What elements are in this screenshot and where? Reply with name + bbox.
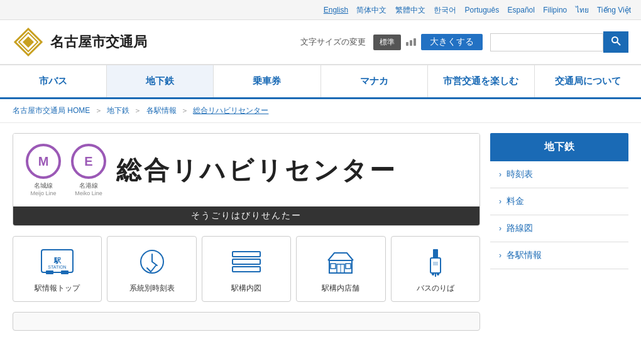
breadcrumb-current[interactable]: 総合リハビリセンター [193,106,268,115]
icon-grid: 駅 STATION 駅情報トップ 系統別時刻表 [13,236,480,302]
svg-rect-17 [331,264,336,269]
meiko-line-badge: E 名港線 Meiko Line [71,144,106,196]
search-icon [611,36,621,46]
chevron-icon-stations: › [499,251,501,260]
svg-point-3 [612,37,618,43]
sidebar-item-fare[interactable]: › 料金 [490,188,628,215]
svg-text:駅: 駅 [53,257,62,264]
svg-rect-13 [233,267,260,272]
nav-manaka[interactable]: マナカ [321,65,428,97]
svg-rect-11 [233,252,260,257]
lang-thai[interactable]: ไทย [576,6,589,14]
logo[interactable]: 名古屋市交通局 [13,26,147,58]
timetable-icon [133,247,171,278]
icon-station-map-label: 駅構内図 [231,283,261,294]
lang-simplified-chinese[interactable]: 简体中文 [356,6,386,14]
nav-subway[interactable]: 地下鉄 [107,65,214,97]
meiko-line-name: 名港線 [79,181,98,190]
lang-portuguese[interactable]: Português [465,6,500,14]
sidebar-title: 地下鉄 [490,133,628,161]
content-area: M 名城線 Meijo Line E 名港線 Meiko Line 総合リハビリ… [0,123,641,341]
svg-rect-19 [433,249,438,258]
nav-enjoy[interactable]: 市営交通を楽しむ [428,65,535,97]
icon-station-map[interactable]: 駅構内図 [202,236,291,302]
svg-text:STATION: STATION [48,265,67,269]
breadcrumb: 名古屋市交通局 HOME ＞ 地下鉄 ＞ 各駅情報 ＞ 総合リハビリセンター [0,99,641,123]
svg-point-24 [437,273,439,276]
icon-timetable[interactable]: 系統別時刻表 [107,236,196,302]
sidebar: 地下鉄 › 時刻表 › 料金 › 路線図 › 各駅情報 [490,133,628,331]
font-standard-button[interactable]: 標準 [373,35,401,50]
search-input[interactable] [490,33,603,51]
meiko-line-name-en: Meiko Line [75,190,102,196]
logo-text: 名古屋市交通局 [50,33,147,51]
icon-station-top-label: 駅情報トップ [35,283,80,294]
main-content: M 名城線 Meijo Line E 名港線 Meiko Line 総合リハビリ… [13,133,480,331]
sidebar-link-fare[interactable]: 料金 [507,196,524,207]
bus-stop-icon [417,247,454,278]
logo-icon [13,26,44,58]
main-navigation: 市バス 地下鉄 乗車券 マナカ 市営交通を楽しむ 交通局について [0,65,641,99]
lang-english[interactable]: English [324,6,348,14]
shops-icon [322,247,359,278]
icon-station-top[interactable]: 駅 STATION 駅情報トップ [13,236,102,302]
site-header: 名古屋市交通局 文字サイズの変更 標準 大きくする [0,20,641,65]
svg-point-23 [432,273,434,276]
meijo-line-name: 名城線 [34,181,53,190]
meijo-line-name-en: Meijo Line [30,190,56,196]
svg-rect-12 [233,259,260,264]
station-map-icon [227,247,265,278]
breadcrumb-sep3: ＞ [181,106,190,115]
search-form [490,31,628,53]
nav-bus[interactable]: 市バス [0,65,107,97]
svg-rect-9 [61,270,68,274]
nav-about[interactable]: 交通局について [535,65,641,97]
search-button[interactable] [603,31,628,53]
station-top: M 名城線 Meijo Line E 名港線 Meiko Line 総合リハビリ… [13,134,479,206]
bar2 [410,40,412,46]
bar3 [414,38,416,46]
sidebar-item-stations[interactable]: › 各駅情報 [490,242,628,269]
breadcrumb-sep1: ＞ [95,106,104,115]
icon-bus-stop-label: バスのりば [417,283,454,294]
font-large-button[interactable]: 大きくする [421,34,483,50]
meijo-line-circle: M [26,144,61,179]
icon-bus-stop[interactable]: バスのりば [391,236,480,302]
meiko-line-circle: E [71,144,106,179]
station-ruby: そうごりはびりせんたー [13,206,479,225]
lang-spanish[interactable]: Español [508,6,535,14]
icon-timetable-label: 系統別時刻表 [129,283,175,294]
bar1 [406,42,408,46]
lang-korean[interactable]: 한국어 [434,6,456,14]
meijo-line-badge: M 名城線 Meijo Line [26,144,61,196]
chevron-icon-route-map: › [499,224,501,233]
icon-shops[interactable]: 駅構内店舗 [296,236,385,302]
sidebar-item-timetable[interactable]: › 時刻表 [490,161,628,188]
sidebar-item-route-map[interactable]: › 路線図 [490,215,628,242]
sidebar-link-timetable[interactable]: 時刻表 [507,169,533,180]
breadcrumb-sep2: ＞ [134,106,143,115]
svg-rect-18 [346,264,351,269]
breadcrumb-home[interactable]: 名古屋市交通局 HOME [13,106,90,115]
sidebar-link-route-map[interactable]: 路線図 [507,223,533,234]
svg-rect-8 [46,270,53,274]
lang-filipino[interactable]: Filipino [543,6,567,14]
svg-rect-21 [433,262,438,265]
station-top-icon: 駅 STATION [38,247,76,278]
breadcrumb-stations[interactable]: 各駅情報 [146,106,177,115]
lang-vietnamese[interactable]: Tiếng Việt [597,6,631,14]
svg-marker-2 [23,36,34,48]
chevron-icon-fare: › [499,197,501,206]
svg-line-4 [617,42,620,45]
font-size-controls: 標準 大きくする [373,34,483,50]
font-size-bars [406,38,416,46]
chevron-icon-timetable: › [499,170,501,179]
icon-shops-label: 駅構内店舗 [322,283,359,294]
bottom-placeholder [13,312,480,331]
breadcrumb-subway[interactable]: 地下鉄 [107,106,129,115]
nav-ticket[interactable]: 乗車券 [214,65,320,97]
sidebar-link-stations[interactable]: 各駅情報 [507,250,542,261]
lang-traditional-chinese[interactable]: 繁體中文 [395,6,425,14]
station-title: 総合リハビリセンター [116,153,397,188]
font-size-label: 文字サイズの変更 [300,36,366,48]
